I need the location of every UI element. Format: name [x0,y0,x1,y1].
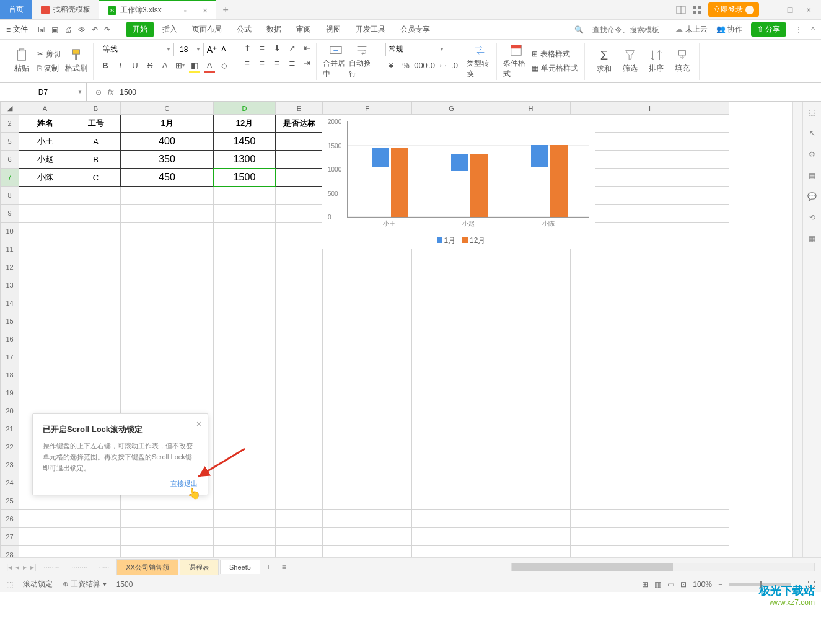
cell[interactable]: C [71,169,121,187]
view-reading-icon[interactable]: ▭ [667,580,674,589]
tab-start[interactable]: 开始 [126,22,154,37]
align-left-icon[interactable]: ≡ [242,58,253,69]
more-icon[interactable]: ⋮ [795,25,802,34]
fx-icon[interactable]: fx [108,88,113,97]
decrease-font-icon[interactable]: A⁻ [220,44,231,55]
row-header[interactable]: 9 [1,205,19,223]
cell[interactable]: 12月 [214,115,276,133]
clear-format-button[interactable]: ◇ [219,60,230,71]
font-color-button[interactable]: A [204,60,215,71]
row-header[interactable]: 13 [1,276,19,294]
next-sheet-icon[interactable]: ▸ [23,563,27,571]
hidden-tab[interactable]: ········ [71,563,88,571]
sidebar-cursor-icon[interactable]: ↖ [809,129,815,138]
tab-view[interactable]: 视图 [320,22,347,37]
fullscreen-icon[interactable]: ⛶ [807,580,815,589]
increase-font-icon[interactable]: A⁺ [206,44,217,55]
indent-dec-icon[interactable]: ⇤ [301,43,312,54]
row-header[interactable]: 6 [1,151,19,169]
share-button[interactable]: ⇧ 分享 [751,22,786,37]
cell[interactable]: 1月 [121,115,214,133]
cell[interactable]: 1300 [214,151,276,169]
formula-input[interactable]: 1500 [120,88,136,97]
apps-icon[interactable] [692,5,702,15]
type-convert-button[interactable]: 类型转换 [467,43,493,79]
tab-document[interactable]: S 工作簿3.xlsx ▫ × [99,0,216,19]
view-custom-icon[interactable]: ⊡ [680,580,687,589]
tab-review[interactable]: 审阅 [290,22,317,37]
qat-print-icon[interactable]: 🖨 [64,25,72,34]
row-header[interactable]: 26 [1,510,19,528]
sort-button[interactable]: 排序 [643,48,669,74]
dec-decimal-icon[interactable]: ←.0 [445,60,456,71]
format-painter-button[interactable]: 格式刷 [63,48,89,74]
row-header[interactable]: 27 [1,528,19,546]
col-header[interactable]: A [19,102,71,115]
border-button[interactable]: ⊞▾ [174,60,185,71]
last-sheet-icon[interactable]: ▸| [30,563,36,571]
tab-insert[interactable]: 插入 [156,22,183,37]
view-normal-icon[interactable]: ⊞ [642,580,648,589]
cell[interactable]: 1450 [214,133,276,151]
row-header[interactable]: 19 [1,384,19,402]
tab-dev[interactable]: 开发工具 [349,22,392,37]
cell[interactable]: 小陈 [19,169,71,187]
cell[interactable]: 工号 [71,115,121,133]
zoom-slider[interactable] [729,583,791,586]
row-header[interactable]: 24 [1,474,19,492]
row-header[interactable]: 8 [1,187,19,205]
cell[interactable]: 是否达标 [276,115,323,133]
row-header[interactable]: 25 [1,492,19,510]
maximize-button[interactable]: □ [784,5,796,15]
align-center-icon[interactable]: ≡ [257,58,268,69]
col-header[interactable]: C [121,102,214,115]
wrap-button[interactable]: 自动换行 [349,43,375,79]
paste-button[interactable]: 粘贴 [9,48,35,74]
indent-inc-icon[interactable]: ⇥ [301,58,312,69]
file-menu[interactable]: ≡ 文件 [6,24,28,35]
merge-button[interactable]: 合并居中 [323,43,349,79]
strike-button[interactable]: S [144,60,156,71]
align-top-icon[interactable]: ⬆ [242,43,253,54]
close-icon[interactable]: × [203,6,208,15]
cell[interactable] [276,133,323,151]
qat-undo-icon[interactable]: ↶ [92,25,98,34]
hidden-tab[interactable]: ····· [99,563,110,571]
close-window-button[interactable]: × [802,5,815,15]
row-header[interactable]: 18 [1,366,19,384]
row-header[interactable]: 2 [1,115,19,133]
cut-button[interactable]: ✂剪切 [37,48,61,60]
col-header[interactable]: B [71,102,121,115]
align-middle-icon[interactable]: ≡ [257,43,268,54]
inc-decimal-icon[interactable]: .0→ [430,60,441,71]
sheet-list-button[interactable]: ≡ [277,563,291,571]
tab-formula[interactable]: 公式 [230,22,258,37]
zoom-level[interactable]: 100% [693,580,712,589]
command-search-input[interactable] [592,25,667,34]
cell[interactable]: 小王 [19,133,71,151]
layout-icon[interactable] [676,5,686,15]
qat-save-icon[interactable]: 🖫 [38,25,45,34]
number-format-select[interactable]: 常规▼ [385,43,447,56]
tab-data[interactable]: 数据 [260,22,288,37]
cell[interactable]: 400 [121,133,214,151]
view-page-icon[interactable]: ▥ [654,580,661,589]
row-header[interactable]: 16 [1,330,19,348]
font-effect-button[interactable]: A [159,60,170,71]
cell-reference-input[interactable] [19,88,68,97]
row-header[interactable]: 5 [1,133,19,151]
orientation-icon[interactable]: ↗ [286,43,297,54]
row-header[interactable]: 10 [1,223,19,240]
sidebar-select-icon[interactable]: ⬚ [809,108,815,117]
row-header[interactable]: 28 [1,546,19,558]
row-header[interactable]: 11 [1,240,19,258]
italic-button[interactable]: I [115,60,126,71]
sum-button[interactable]: Σ求和 [591,48,617,74]
underline-button[interactable]: U [130,60,141,71]
collab-button[interactable]: 👥 协作 [716,24,742,35]
sheet-tab[interactable]: Sheet5 [220,560,260,574]
tab-member[interactable]: 会员专享 [394,22,436,37]
minimize-button[interactable]: — [765,5,778,15]
tab-home[interactable]: 首页 [0,0,32,19]
row-header[interactable]: 20 [1,402,19,420]
